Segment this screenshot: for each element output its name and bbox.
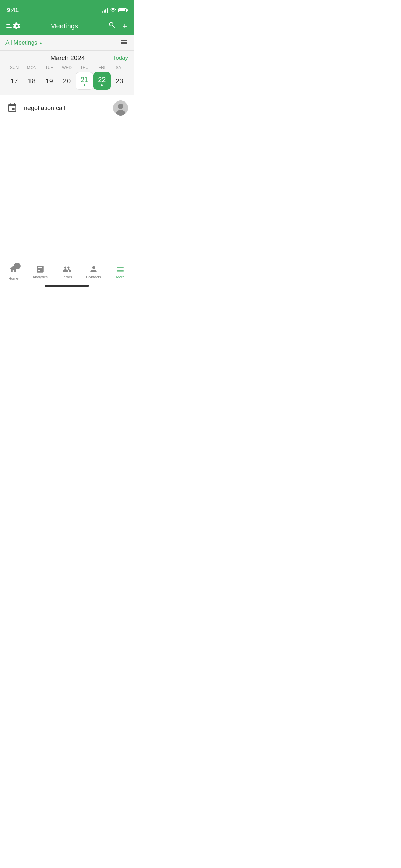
status-bar: 9:41 xyxy=(0,0,134,17)
search-icon xyxy=(108,21,116,29)
list-view-button[interactable] xyxy=(120,38,128,47)
list-icon xyxy=(120,38,128,46)
weekday-wed: WED xyxy=(58,65,75,70)
home-tab-label: Home xyxy=(8,276,18,280)
calendar-day-22[interactable]: 22 xyxy=(93,72,111,90)
calendar-event-icon xyxy=(7,103,18,113)
calendar-day-19[interactable]: 19 xyxy=(40,72,58,90)
tab-more[interactable]: More xyxy=(107,265,134,279)
meetings-list: negotiation call xyxy=(0,95,134,121)
calendar-day-17[interactable]: 17 xyxy=(5,72,23,90)
calendar-header: March 2024 Today xyxy=(5,54,128,62)
nav-left xyxy=(6,22,21,30)
weekday-sat: SAT xyxy=(111,65,128,70)
nav-header: Meetings + xyxy=(0,17,134,35)
gear-icon xyxy=(13,22,21,30)
tab-leads[interactable]: Leads xyxy=(53,265,80,279)
status-time: 9:41 xyxy=(7,7,19,14)
calendar-weekdays: SUN MON TUE WED THU FRI SAT xyxy=(5,65,128,70)
event-dot-22 xyxy=(101,84,103,86)
settings-menu-button[interactable] xyxy=(6,22,21,30)
svg-point-2 xyxy=(118,104,123,109)
person-icon xyxy=(113,100,128,116)
menu-lines-icon xyxy=(6,24,12,28)
leads-icon xyxy=(62,265,71,274)
calendar-month-year: March 2024 xyxy=(23,54,113,62)
signal-bars-icon xyxy=(102,8,108,13)
wifi-icon xyxy=(110,8,116,13)
calendar-day-18[interactable]: 18 xyxy=(23,72,40,90)
calendar-section: March 2024 Today SUN MON TUE WED THU FRI… xyxy=(0,51,134,95)
page-title: Meetings xyxy=(21,22,108,30)
weekday-thu: THU xyxy=(76,65,93,70)
more-icon xyxy=(116,265,125,274)
home-tab-wrapper xyxy=(9,265,18,275)
meeting-item[interactable]: negotiation call xyxy=(0,95,134,121)
nav-right-actions: + xyxy=(108,21,127,32)
svg-point-0 xyxy=(112,11,114,12)
calendar-day-23[interactable]: 23 xyxy=(111,72,128,90)
calendar-day-21[interactable]: 21 xyxy=(76,72,93,90)
all-meetings-tab[interactable]: All Meetings ▲ xyxy=(5,39,43,46)
battery-icon xyxy=(118,8,127,12)
contacts-tab-label: Contacts xyxy=(86,275,101,279)
leads-tab-label: Leads xyxy=(62,275,72,279)
calendar-day-20[interactable]: 20 xyxy=(58,72,75,90)
weekday-fri: FRI xyxy=(93,65,111,70)
tab-analytics[interactable]: Analytics xyxy=(27,265,53,279)
analytics-tab-label: Analytics xyxy=(33,275,48,279)
add-button[interactable]: + xyxy=(122,21,127,32)
tab-contacts[interactable]: Contacts xyxy=(80,265,107,279)
more-tab-label: More xyxy=(116,275,124,279)
contacts-icon xyxy=(89,265,98,274)
tab-home[interactable]: Home xyxy=(0,265,27,280)
status-icons xyxy=(102,8,127,13)
calendar-days: 17 18 19 20 21 22 23 xyxy=(5,72,128,90)
meeting-calendar-icon xyxy=(5,101,19,115)
today-button[interactable]: Today xyxy=(113,55,128,61)
notification-badge xyxy=(14,263,21,269)
search-button[interactable] xyxy=(108,21,116,31)
chevron-down-icon: ▲ xyxy=(39,41,43,45)
weekday-sun: SUN xyxy=(5,65,23,70)
home-indicator xyxy=(45,285,89,287)
tab-selector-text: All Meetings xyxy=(5,39,37,46)
analytics-icon xyxy=(36,265,45,274)
weekday-mon: MON xyxy=(23,65,40,70)
event-dot-21 xyxy=(84,84,85,86)
meeting-title: negotiation call xyxy=(24,105,108,112)
tab-selector[interactable]: All Meetings ▲ xyxy=(0,35,134,51)
avatar[interactable] xyxy=(113,100,128,116)
weekday-tue: TUE xyxy=(40,65,58,70)
